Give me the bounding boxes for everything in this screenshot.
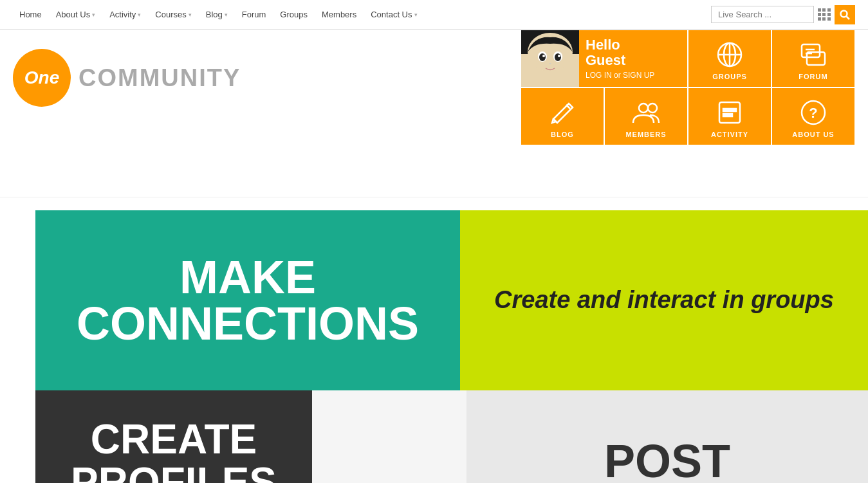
svg-point-9 [542,55,545,57]
hero-make-connections: MAKE CONNECTIONS [64,241,432,360]
pencil-icon [548,98,577,127]
activity-tile[interactable]: ACTIVITY [688,87,771,145]
main-content: MAKE CONNECTIONS Create and interact in … [0,197,868,483]
nav-about-us[interactable]: About Us ▾ [50,0,102,30]
hero-bottom-row: CREATE PROFILES POST [0,390,868,483]
svg-point-22 [639,104,648,113]
svg-rect-24 [719,102,740,123]
svg-rect-26 [723,114,732,116]
svg-line-21 [566,105,570,109]
nav-members[interactable]: Members [315,0,363,30]
top-navigation: Home About Us ▾ Activity ▾ Courses ▾ Blo… [0,0,868,30]
nav-items: Home About Us ▾ Activity ▾ Courses ▾ Blo… [13,0,711,30]
about-us-tile[interactable]: ? ABOUT US [771,87,855,145]
hero-top-row: MAKE CONNECTIONS Create and interact in … [0,210,868,390]
hero-teal-block: MAKE CONNECTIONS [35,210,460,390]
chevron-icon: ▾ [92,12,95,18]
nav-blog[interactable]: Blog ▾ [199,0,234,30]
forum-tile[interactable]: FORUM [771,30,855,87]
svg-line-1 [847,16,850,19]
question-icon: ? [799,98,827,127]
activity-icon [716,98,744,127]
svg-point-12 [569,56,576,65]
hero-lime-block: Create and interact in groups [460,210,868,390]
logo[interactable]: One Community [13,49,241,107]
svg-point-7 [539,53,546,61]
logo-community: Community [78,64,241,91]
guest-tile[interactable]: Hello Guest LOG IN or SIGN UP [521,30,688,87]
search-icon [840,10,850,20]
search-button[interactable] [835,5,855,24]
hero-wrapper: MAKE CONNECTIONS Create and interact in … [0,197,868,483]
svg-point-23 [648,104,657,113]
tiles-container: Hello Guest LOG IN or SIGN UP GROUPS [521,30,855,145]
svg-rect-25 [723,109,736,111]
nav-forum[interactable]: Forum [235,0,273,30]
svg-rect-17 [802,44,820,57]
page-wrapper: Home About Us ▾ Activity ▾ Courses ▾ Blo… [0,0,868,483]
svg-text:?: ? [809,105,817,121]
guest-login-link[interactable]: LOG IN or SIGN UP [586,71,681,80]
grid-icon [818,8,831,21]
chevron-icon: ▾ [414,12,418,18]
search-input[interactable] [711,6,814,23]
svg-point-8 [555,53,561,61]
hero-white-mid [312,390,466,483]
hero-post-text: POST [604,438,730,483]
groups-tile[interactable]: GROUPS [688,30,771,87]
search-area [711,5,855,24]
svg-point-0 [841,10,847,17]
activity-label: ACTIVITY [711,131,748,138]
about-us-label: ABOUT US [792,131,834,138]
hero-light-block: POST [466,390,868,483]
forum-label: FORUM [799,73,827,80]
forum-icon [799,41,827,69]
avatar-image [521,30,579,87]
groups-label: GROUPS [712,73,747,80]
logo-circle: One [13,49,71,107]
nav-activity[interactable]: Activity ▾ [103,0,147,30]
logo-text: Community [78,64,241,92]
hero-lime-text: Create and interact in groups [494,284,834,316]
logo-circle-text: One [24,69,59,87]
nav-courses[interactable]: Courses ▾ [149,0,198,30]
avatar [521,30,579,87]
nav-groups[interactable]: Groups [273,0,314,30]
nav-home[interactable]: Home [13,0,48,30]
blog-tile[interactable]: BLOG [521,87,604,145]
hero-create-profiles: CREATE PROFILES [71,418,277,483]
blog-label: BLOG [551,131,574,138]
chevron-icon: ▾ [189,12,192,18]
hero-dark-block: CREATE PROFILES [35,390,312,483]
guest-greeting: Hello Guest [586,37,681,68]
members-tile[interactable]: MEMBERS [604,87,688,145]
members-icon [632,98,660,127]
members-label: MEMBERS [625,131,666,138]
chevron-icon: ▾ [225,12,228,18]
nav-contact-us[interactable]: Contact Us ▾ [364,0,423,30]
svg-point-10 [558,55,560,57]
header-area: One Community [0,30,868,197]
globe-icon [716,41,744,69]
chevron-icon: ▾ [138,12,141,18]
guest-info: Hello Guest LOG IN or SIGN UP [579,30,687,87]
svg-point-11 [524,56,531,65]
